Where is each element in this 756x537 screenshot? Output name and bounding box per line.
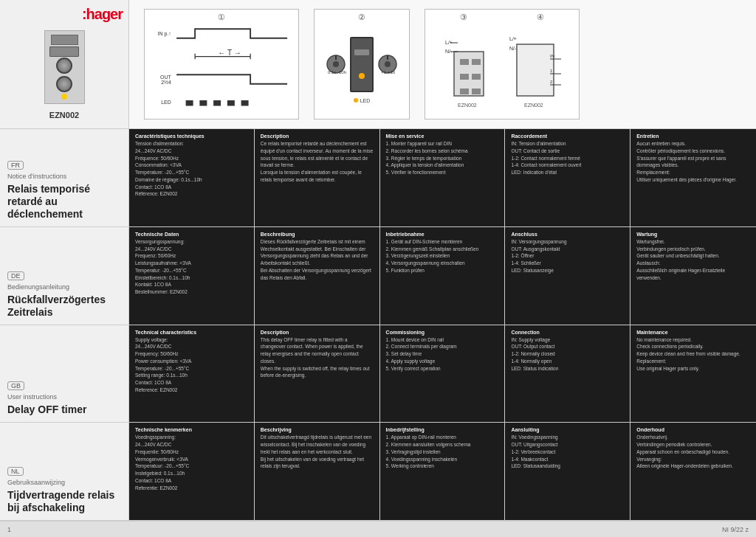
svg-rect-4 — [185, 100, 193, 106]
svg-rect-5 — [199, 100, 207, 106]
lang-title-fr: Relais temporisé retardé au déclenchemen… — [7, 183, 121, 220]
content-cell-gb-4: ConnectionIN: Supply voltageOUT: Output … — [505, 325, 630, 423]
footer-page-number: 1 — [7, 526, 11, 533]
svg-text:IN: IN — [550, 54, 554, 58]
connection-diagram-right: L/+ N/- IN 1 2 EZN002 — [506, 30, 565, 111]
diagram-3: ③ ④ L/+ N/- — [425, 9, 580, 119]
svg-rect-7 — [227, 100, 235, 106]
lang-sub-fr: Notice d'instructions — [7, 173, 121, 180]
lang-label-gb: GB User instructions Delay OFF timer — [0, 325, 129, 423]
hager-logo: :hager — [82, 6, 123, 23]
svg-text:N/-: N/- — [509, 46, 517, 51]
diagram-1-num: ① — [218, 13, 225, 22]
content-cell-fr-5: EntretienAucun entretien requis.Contrôle… — [630, 129, 756, 227]
content-cell-de-5: WartungWartungsfrei.Verbindungen periodi… — [630, 227, 756, 325]
svg-rect-6 — [213, 100, 221, 106]
lang-badge-gb: GB — [7, 381, 24, 390]
content-cell-gb-5: MaintenanceNo maintenance required.Check… — [630, 325, 756, 423]
diagram-1: ① IN p.↑ ← T → — [144, 9, 299, 119]
waveform-led — [174, 93, 289, 111]
svg-text:← T →: ← T → — [218, 49, 241, 57]
svg-point-10 — [333, 61, 339, 67]
content-cell-de-2: BeschreibungDieses Rückfallverzögerte Ze… — [255, 227, 380, 325]
lang-title-de: Rückfallverzögertes Zeitrelais — [7, 294, 121, 319]
svg-text:EZN002: EZN002 — [524, 103, 543, 108]
page-container: :hager EZN002 ① IN p.↑ — [0, 0, 756, 537]
svg-rect-31 — [517, 44, 554, 96]
lang-badge-de: DE — [7, 271, 24, 280]
footer-document-code: NI 9/22 z — [722, 526, 749, 533]
product-panel: :hager EZN002 — [0, 0, 129, 128]
lang-label-fr: FR Notice d'instructions Relais temporis… — [0, 129, 129, 227]
waveform-t: ← T → — [174, 47, 289, 66]
svg-text:×10: ×10 — [388, 70, 396, 75]
diagrams-area: ① IN p.↑ ← T → — [129, 0, 756, 128]
lang-sub-gb: User instructions — [7, 393, 121, 401]
content-cell-nl-1: Technische kenmerkenVoedingsspanning:24.… — [129, 423, 255, 521]
knob-1-icon: 0.1s 10h — [326, 54, 346, 75]
content-cell-de-4: AnschlussIN: VersorgungsspannungOUT: Aus… — [505, 227, 630, 325]
svg-rect-26 — [460, 74, 469, 80]
connection-diagram-left: L/+ N/- EZN002 — [439, 30, 498, 111]
content-cell-nl-4: AansluitingIN: VoedingsspanningOUT: Uitg… — [505, 423, 630, 521]
content-cell-fr-1: Caractéristiques techniquesTension d'ali… — [129, 129, 255, 227]
lang-badge-nl: NL — [7, 467, 24, 476]
lang-title-nl: Tijdvertragende relais bij afschakeling — [7, 489, 121, 514]
content-cell-nl-3: Inbedrijfstelling1. Apparaat op DIN-rail… — [380, 423, 506, 521]
content-cell-nl-2: BeschrijvingDit uitschakelvertraagd tijd… — [255, 423, 380, 521]
content-cell-gb-2: DescriptionThis delay OFF timer relay is… — [255, 325, 380, 423]
svg-text:EZN002: EZN002 — [458, 103, 477, 108]
knob-2-icon: ×1 ×10 — [377, 54, 398, 75]
content-cell-nl-5: OnderhoudOnderhoudvrij.Verbindingen peri… — [630, 423, 756, 521]
diagram-3-num: ③ — [460, 13, 467, 22]
content-cell-gb-3: Commissioning1. Mount device on DIN rail… — [380, 325, 506, 423]
product-image — [44, 30, 85, 104]
svg-rect-27 — [472, 74, 481, 80]
waveform: IN p.↑ ← T → — [154, 24, 289, 111]
content-cell-fr-4: RaccordementIN: Tension d'alimentationOU… — [505, 129, 630, 227]
svg-rect-28 — [460, 89, 469, 94]
svg-point-15 — [385, 61, 391, 67]
svg-rect-29 — [472, 89, 481, 94]
content-cell-fr-2: DescriptionCe relais temporisé retardé a… — [255, 129, 380, 227]
main-content: FR Notice d'instructions Relais temporis… — [0, 129, 756, 521]
header-section: :hager EZN002 ① IN p.↑ — [0, 0, 756, 129]
svg-text:×1: ×1 — [381, 70, 387, 75]
lang-title-gb: Delay OFF timer — [7, 403, 121, 416]
lang-label-nl: NL Gebruiksaanwijzing Tijdvertragende re… — [0, 423, 129, 521]
diagram-2-num: ② — [358, 13, 365, 22]
svg-text:10h: 10h — [339, 70, 346, 75]
svg-text:0.1s: 0.1s — [328, 70, 336, 75]
content-cell-de-3: Inbetriebnahme1. Gerät auf DIN-Schiene m… — [380, 227, 506, 325]
svg-text:L/+: L/+ — [509, 36, 517, 41]
product-name: EZN002 — [49, 111, 79, 119]
diagram-4-num: ④ — [537, 13, 544, 22]
content-cell-fr-3: Mise en service1. Monter l'appareil sur … — [380, 129, 506, 227]
footer: 1 NI 9/22 z — [0, 521, 756, 537]
waveform-in — [174, 24, 289, 43]
lang-sub-nl: Gebruiksaanwijzing — [7, 479, 121, 486]
lang-sub-de: Bedienungsanleitung — [7, 283, 121, 291]
lang-badge-fr: FR — [7, 161, 24, 170]
svg-rect-24 — [460, 59, 469, 65]
content-cell-gb-1: Technical characteristicsSupply voltage:… — [129, 325, 255, 423]
lang-label-de: DE Bedienungsanleitung Rückfallverzögert… — [0, 227, 129, 325]
content-cell-de-1: Technische DatenVersorgungsspannung:24..… — [129, 227, 255, 325]
svg-rect-8 — [241, 100, 248, 106]
svg-rect-25 — [472, 59, 481, 65]
diagram-2: ② 0.1s 10h — [314, 9, 410, 119]
waveform-out — [174, 70, 289, 89]
